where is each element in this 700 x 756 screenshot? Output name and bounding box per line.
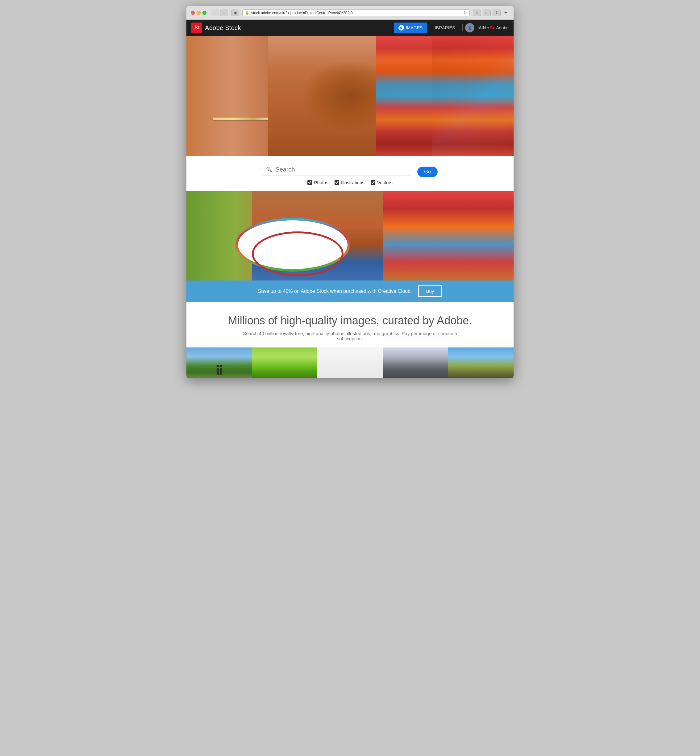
filter-photos-checkbox[interactable] (308, 180, 312, 185)
nav-links: 0 IMAGES LIBRARIES 👤 IAIN ▾ Ai Adobe (394, 22, 509, 33)
thumbnail-coffee[interactable] (317, 347, 383, 378)
promo-banner: Save up to 40% on Adobe Stock when purch… (186, 281, 514, 302)
address-input[interactable] (251, 11, 462, 15)
nav-images-button[interactable]: 0 IMAGES (394, 22, 427, 33)
nav-images-label: IMAGES (406, 25, 422, 30)
content-headline: Millions of high-quality images, curated… (196, 314, 504, 327)
maximize-button[interactable] (203, 11, 206, 15)
address-bar-container: 🔒 ↻ (242, 9, 470, 16)
thumbnail-strip (186, 347, 514, 378)
content-section: Millions of high-quality images, curated… (186, 302, 514, 347)
adobe-logo: Ai Adobe (489, 25, 509, 31)
new-tab-button[interactable]: + (503, 9, 509, 16)
people-silhouette-decoration (199, 363, 239, 375)
filter-photos-label[interactable]: Photos (308, 180, 328, 185)
filter-photos-text: Photos (314, 180, 328, 185)
person-figure (220, 368, 222, 375)
search-section: 🔍 Go Photos Illustrations Vectors (186, 156, 514, 191)
avatar-icon: 👤 (467, 26, 472, 30)
traffic-lights (191, 11, 206, 15)
content-subtext: Search 40 million royalty-free, high-qua… (242, 331, 458, 341)
search-icon: 🔍 (266, 167, 272, 172)
back-button[interactable]: ‹ (211, 9, 219, 16)
close-button[interactable] (191, 11, 195, 15)
hero-image-top (186, 36, 514, 156)
chevron-down-icon: ▾ (488, 26, 489, 30)
filter-illustrations-label[interactable]: Illustrations (334, 180, 364, 185)
hero-bottom-right-decoration (383, 191, 514, 281)
person-figure (217, 368, 219, 375)
filter-illustrations-text: Illustrations (341, 180, 364, 185)
colorful-bangles-decoration (376, 36, 514, 156)
nav-libraries-link[interactable]: LIBRARIES (428, 23, 460, 32)
search-go-button[interactable]: Go (417, 167, 438, 177)
top-nav: St Adobe Stock 0 IMAGES LIBRARIES 👤 IAIN… (186, 20, 514, 36)
search-filters: Photos Illustrations Vectors (186, 180, 514, 185)
thumbnail-mountains[interactable] (186, 347, 252, 378)
filter-illustrations-checkbox[interactable] (334, 180, 339, 185)
promo-buy-button[interactable]: Buy (418, 286, 442, 297)
forward-button[interactable]: › (220, 9, 228, 16)
thumbnail-lightbulb[interactable] (252, 347, 317, 378)
nav-buttons: ‹ › (211, 9, 228, 16)
lock-icon: 🔒 (245, 11, 249, 15)
logo-area: St Adobe Stock (191, 22, 241, 33)
thumbnail-hiker[interactable] (448, 347, 514, 378)
search-bar: 🔍 (262, 164, 411, 176)
hero-image-bottom (186, 191, 514, 281)
download-button[interactable]: ↧ (492, 9, 501, 16)
promo-text: Save up to 40% on Adobe Stock when purch… (258, 289, 412, 294)
browser-window: ‹ › ▣ 🔒 ↻ ⇧ □ ↧ + St Adobe Stock 0 (186, 6, 514, 378)
filter-vectors-checkbox[interactable] (371, 180, 375, 185)
adobe-icon: Ai (489, 25, 494, 31)
title-bar: ‹ › ▣ 🔒 ↻ ⇧ □ ↧ + (186, 6, 514, 20)
refresh-icon[interactable]: ↻ (464, 11, 467, 15)
logo-badge: St (191, 22, 202, 33)
filter-vectors-text: Vectors (377, 180, 392, 185)
app-content: St Adobe Stock 0 IMAGES LIBRARIES 👤 IAIN… (186, 20, 514, 378)
app-name: Adobe Stock (205, 24, 241, 31)
adobe-label: Adobe (496, 25, 509, 30)
minimize-button[interactable] (197, 11, 201, 15)
user-name-button[interactable]: IAIN ▾ (478, 25, 489, 30)
tab-overview-button[interactable]: □ (483, 9, 491, 16)
thumbnail-landscape[interactable] (383, 347, 448, 378)
search-input[interactable] (275, 166, 407, 173)
bangles-bottom-2-decoration (252, 231, 344, 276)
user-avatar: 👤 (465, 23, 474, 33)
images-count-badge: 0 (398, 25, 404, 31)
filter-vectors-label[interactable]: Vectors (371, 180, 392, 185)
browser-actions: ⇧ □ ↧ + (473, 9, 509, 16)
window-view-button[interactable]: ▣ (231, 9, 239, 16)
user-area: 👤 IAIN ▾ (465, 23, 489, 33)
share-button[interactable]: ⇧ (473, 9, 481, 16)
